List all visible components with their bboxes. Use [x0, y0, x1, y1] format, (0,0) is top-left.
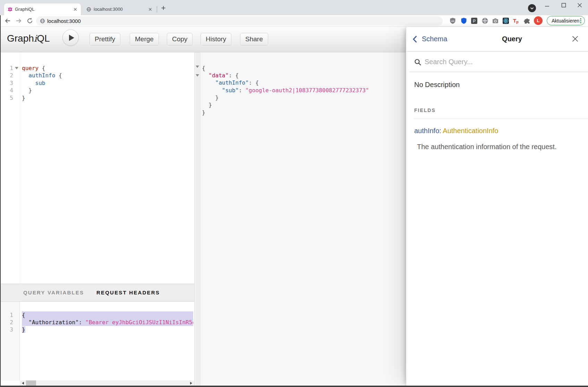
- move-circle-extension-icon[interactable]: [482, 17, 488, 24]
- doc-explorer-header: Schema Query: [406, 27, 588, 52]
- line-numbers: 123: [0, 311, 13, 334]
- history-button[interactable]: History: [201, 33, 231, 45]
- tab-title: localhost:3000: [94, 7, 123, 12]
- doc-explorer-title: Query: [406, 35, 588, 43]
- browser-profile-avatar[interactable]: L: [534, 16, 543, 25]
- result-json: { "data": { "authInfo": { "sub": "google…: [202, 64, 406, 117]
- tab-graphiql[interactable]: GraphiQL: [4, 3, 81, 15]
- search-placeholder: Search Query...: [425, 58, 473, 66]
- shield-blue-extension-icon[interactable]: [460, 17, 467, 24]
- globe-icon: [86, 7, 91, 12]
- update-label: Aktualisieren: [552, 18, 579, 24]
- doc-explorer-content: No Description FIELDS authInfo: Authenti…: [406, 72, 588, 384]
- line-numbers: 12345: [0, 64, 13, 102]
- graphiql-logo: GraphiQL: [7, 33, 50, 44]
- site-globe-icon[interactable]: [40, 18, 45, 24]
- scroll-right-icon[interactable]: [190, 382, 192, 385]
- headers-code[interactable]: { "Authorization": "Bearer eyJhbGciOiJSU…: [22, 311, 193, 334]
- tab-close-icon[interactable]: [148, 7, 153, 12]
- tab-request-headers[interactable]: REQUEST HEADERS: [96, 290, 160, 295]
- play-icon: [69, 35, 74, 41]
- request-headers-editor[interactable]: 123 { "Authorization": "Bearer eyJhbGciO…: [0, 302, 194, 380]
- type-description: No Description: [414, 81, 460, 89]
- doc-search-box[interactable]: Search Query...: [409, 52, 588, 72]
- svg-text:T: T: [513, 18, 516, 24]
- tab-search-button[interactable]: [528, 4, 536, 12]
- tab-title: GraphiQL: [15, 7, 34, 12]
- search-icon: [414, 59, 422, 66]
- reload-icon[interactable]: [26, 17, 33, 24]
- type-name-link[interactable]: AuthenticationInfo: [443, 127, 498, 135]
- query-editor[interactable]: 12345 query { authInfo { sub }}: [0, 52, 194, 284]
- react-devtools-extension-icon[interactable]: [502, 17, 509, 24]
- prettify-button[interactable]: Prettify: [90, 33, 120, 45]
- browser-menu-icon[interactable]: [580, 18, 581, 24]
- fold-arrow-icon[interactable]: [196, 74, 199, 77]
- field-name-link[interactable]: authInfo: [414, 127, 439, 135]
- forward-icon[interactable]: [15, 17, 22, 24]
- postman-extension-icon[interactable]: P: [471, 17, 478, 24]
- scrollbar-thumb[interactable]: [26, 380, 36, 386]
- result-window: { "data": { "authInfo": { "sub": "google…: [194, 52, 406, 386]
- svg-text:p: p: [516, 20, 519, 24]
- back-icon[interactable]: [4, 17, 11, 24]
- fields-section-header: FIELDS: [414, 108, 436, 113]
- window-close-button[interactable]: [575, 1, 584, 10]
- puzzle-extensions-icon[interactable]: [524, 17, 531, 24]
- query-code[interactable]: query { authInfo { sub }}: [22, 64, 194, 102]
- shield-gray-extension-icon[interactable]: UO: [449, 17, 456, 24]
- camera-extension-icon[interactable]: [492, 17, 499, 24]
- doc-explorer: Schema Query Search Query... No Descript…: [406, 27, 588, 386]
- window-minimize-button[interactable]: [543, 1, 552, 10]
- scroll-left-icon[interactable]: [22, 382, 24, 385]
- svg-text:UO: UO: [451, 20, 454, 22]
- doc-close-icon[interactable]: [572, 35, 579, 42]
- browser-update-button[interactable]: Aktualisieren: [547, 16, 585, 25]
- field-item: authInfo: AuthenticationInfo: [414, 127, 498, 135]
- copy-button[interactable]: Copy: [167, 33, 193, 45]
- tab-query-variables[interactable]: QUERY VARIABLES: [23, 290, 84, 295]
- url-bar[interactable]: localhost:3000: [36, 16, 443, 26]
- gutter-divider: [20, 52, 20, 284]
- svg-text:P: P: [473, 19, 476, 24]
- section-divider: [414, 119, 588, 119]
- share-button[interactable]: Share: [240, 33, 268, 45]
- execute-query-button[interactable]: [62, 29, 79, 46]
- merge-button[interactable]: Merge: [130, 33, 159, 45]
- browser-tab-strip: GraphiQL localhost:3000: [0, 0, 588, 15]
- horizontal-scrollbar[interactable]: [20, 380, 194, 386]
- new-tab-button[interactable]: [160, 5, 167, 11]
- url-text: localhost:3000: [47, 18, 81, 24]
- browser-address-bar: localhost:3000 UO P Tp L Aktualisieren: [0, 15, 588, 27]
- window-frame-bottom: [0, 386, 588, 387]
- window-maximize-button[interactable]: [559, 1, 568, 10]
- graphiql-logo-icon: [8, 7, 12, 12]
- fold-arrow-icon[interactable]: [15, 67, 18, 69]
- tab-close-icon[interactable]: [73, 7, 78, 12]
- secondary-editor-title: QUERY VARIABLES REQUEST HEADERS: [0, 284, 194, 302]
- tampermonkey-extension-icon[interactable]: Tp: [513, 17, 520, 24]
- graphiql-topbar: GraphiQL Prettify Merge Copy History Sha…: [0, 27, 406, 52]
- tab-divider: [157, 6, 157, 12]
- window-frame-left: [0, 15, 1, 387]
- fold-gutter: [195, 52, 201, 386]
- tab-localhost[interactable]: localhost:3000: [83, 3, 156, 15]
- field-description: The authentication information of the re…: [417, 143, 556, 151]
- fold-arrow-icon[interactable]: [196, 66, 199, 68]
